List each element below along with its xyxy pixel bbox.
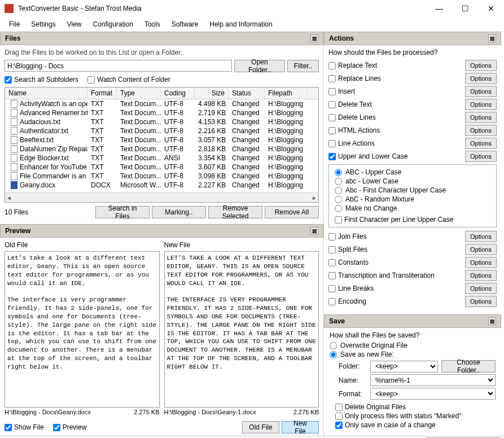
menu-software[interactable]: Software — [166, 18, 204, 30]
action-transcription-and-transliteration-options-button[interactable]: Options — [465, 270, 497, 281]
name-select[interactable]: %name%-1 — [370, 374, 496, 386]
action-delete-lines-options-button[interactable]: Options — [465, 112, 497, 123]
action-transcription-and-transliteration-checkbox[interactable]: Transcription and Transliteration — [328, 271, 465, 279]
table-row[interactable]: Beeftext.txtTXTText Docum...UTF-83.057 K… — [5, 135, 318, 144]
save-panel-close-icon[interactable]: ⊠ — [488, 317, 496, 325]
action-insert-options-button[interactable]: Options — [465, 86, 497, 97]
file-icon — [11, 127, 17, 135]
menu-tools[interactable]: Tools — [139, 18, 166, 30]
action-replace-lines-options-button[interactable]: Options — [465, 73, 497, 84]
action-delete-text-checkbox[interactable]: Delete Text — [328, 100, 465, 108]
action-split-files-checkbox[interactable]: Split Files — [328, 246, 465, 253]
table-row[interactable]: Advanced Renamer.txtTXTText Docum...UTF-… — [5, 108, 318, 117]
grid-header: Name Format Type Coding Size Status File… — [5, 87, 318, 99]
marking-button[interactable]: Marking.. — [152, 206, 206, 218]
only-marked-checkbox[interactable]: Only process files with status "Marked" — [335, 412, 496, 420]
action-encoding-checkbox[interactable]: Encoding — [328, 297, 465, 305]
action-html-actions-checkbox[interactable]: HTML Actions — [328, 126, 465, 134]
action-split-files-options-button[interactable]: Options — [465, 244, 497, 255]
old-file-preview[interactable] — [5, 251, 160, 408]
preview-panel-title: Preview — [5, 227, 30, 235]
action-replace-text-options-button[interactable]: Options — [465, 60, 497, 71]
remove-all-button[interactable]: Remove All — [265, 206, 319, 218]
files-panel-close-icon[interactable]: ⊠ — [310, 34, 318, 42]
table-row[interactable]: Geany.docxDOCXMicrosoft W...UTF-82.227 K… — [5, 181, 318, 190]
action-upper-and-lower-case-options-button[interactable]: Options — [465, 151, 497, 162]
only-change-checkbox[interactable]: Only save in case of a change — [335, 421, 496, 429]
action-delete-lines-checkbox[interactable]: Delete Lines — [328, 113, 465, 121]
col-filepath[interactable]: Filepath — [265, 87, 308, 99]
action-insert-checkbox[interactable]: Insert — [328, 87, 465, 95]
table-row[interactable]: Authenticator.txtTXTText Docum...UTF-82.… — [5, 126, 318, 135]
first-char-per-line-checkbox[interactable]: First Character per Line Upper Case — [335, 216, 490, 224]
menu-view[interactable]: View — [62, 18, 87, 30]
old-file-button[interactable]: Old File — [242, 421, 279, 433]
choose-folder-button[interactable]: Choose Folder.. — [441, 360, 496, 373]
remove-selected-button[interactable]: Remove Selected — [208, 206, 262, 218]
table-row[interactable]: Audacious.txtTXTText Docum...UTF-84.153 … — [5, 117, 318, 126]
action-line-actions-options-button[interactable]: Options — [465, 138, 497, 149]
menu-configuration[interactable]: Configuration — [87, 18, 139, 30]
filter-button[interactable]: Filter.. — [287, 60, 319, 72]
action-line-breaks-options-button[interactable]: Options — [465, 283, 497, 294]
action-line-breaks-checkbox[interactable]: Line Breaks — [328, 284, 465, 292]
delete-original-checkbox[interactable]: Delete Original Files — [335, 403, 496, 411]
action-encoding-options-button[interactable]: Options — [465, 296, 497, 307]
radio-save-as-new[interactable]: Save as new File: — [330, 351, 496, 358]
save-question: How shall the Files be saved? — [330, 331, 496, 339]
table-row[interactable]: ActivityWatch is an ope...TXTText Docum.… — [5, 99, 318, 108]
search-in-files-button[interactable]: Search in Files — [95, 206, 150, 218]
file-icon — [11, 172, 17, 180]
action-constants-checkbox[interactable]: Constants — [328, 259, 465, 266]
table-row[interactable]: Enhancer for YouTube.txtTXTText Docum...… — [5, 163, 318, 172]
action-line-actions-checkbox[interactable]: Line Actions — [328, 139, 465, 147]
action-html-actions-options-button[interactable]: Options — [465, 125, 497, 136]
titlebar: TextConverter Basic - Stefan Trost Media… — [0, 0, 504, 17]
file-count: 10 Files — [5, 208, 28, 216]
action-constants-options-button[interactable]: Options — [465, 257, 497, 268]
col-name[interactable]: Name — [5, 87, 87, 99]
preview-checkbox[interactable]: Preview — [53, 423, 87, 431]
show-file-checkbox[interactable]: Show File — [5, 423, 44, 431]
table-row[interactable]: DataNumen Zip Repair.txtTXTText Docum...… — [5, 144, 318, 154]
menu-file[interactable]: File — [3, 18, 25, 30]
col-coding[interactable]: Coding — [161, 87, 195, 99]
actions-panel-close-icon[interactable]: ⊠ — [488, 34, 496, 42]
folder-select[interactable]: <keep> — [370, 361, 438, 373]
minimize-button[interactable]: — — [426, 0, 452, 17]
action-join-files-options-button[interactable]: Options — [465, 231, 497, 242]
col-status[interactable]: Status — [229, 87, 265, 99]
watch-content-checkbox[interactable]: Watch Content of Folder — [87, 76, 170, 84]
name-label: Name: — [339, 376, 367, 384]
menu-help[interactable]: Help and Information — [204, 18, 278, 30]
horizontal-scrollbar[interactable]: ◄► — [5, 192, 318, 202]
open-folder-button[interactable]: Open Folder.. — [234, 60, 285, 72]
new-file-size: 2.275 KB — [293, 409, 319, 415]
preview-panel-close-icon[interactable]: ⊠ — [310, 227, 318, 235]
menu-settings[interactable]: Settings — [25, 18, 61, 30]
action-replace-lines-checkbox[interactable]: Replace Lines — [328, 75, 465, 82]
new-file-preview[interactable] — [164, 251, 319, 408]
radio-first-char[interactable]: Abc - First Character Upper Case — [335, 186, 490, 194]
col-format[interactable]: Format — [87, 87, 117, 99]
close-button[interactable]: ✕ — [478, 0, 504, 17]
col-type[interactable]: Type — [117, 87, 161, 99]
radio-lower-case[interactable]: abc - Lower Case — [335, 177, 490, 185]
folder-path-input[interactable] — [5, 60, 232, 72]
radio-random-mixture[interactable]: AbC - Random Mixture — [335, 195, 490, 203]
maximize-button[interactable]: ☐ — [452, 0, 478, 17]
new-file-button[interactable]: New File — [282, 421, 319, 433]
radio-no-change[interactable]: Make no Change — [335, 204, 490, 212]
radio-upper-case[interactable]: ABC - Upper Case — [335, 168, 490, 176]
format-select[interactable]: <keep> — [370, 388, 496, 400]
action-join-files-checkbox[interactable]: Join Files — [328, 233, 465, 240]
action-delete-text-options-button[interactable]: Options — [465, 99, 497, 110]
table-row[interactable]: Edge Blocker.txtTXTText Docum...ANSI3.35… — [5, 154, 318, 163]
radio-overwrite[interactable]: Overwrite Original File — [330, 341, 496, 349]
col-size[interactable]: Size — [195, 87, 229, 99]
search-subfolders-checkbox[interactable]: Search all Subfolders — [5, 76, 78, 84]
action-replace-text-checkbox[interactable]: Replace Text — [328, 62, 465, 69]
action-upper-and-lower-case-checkbox[interactable]: Upper and Lower Case — [328, 152, 465, 160]
files-grid: Name Format Type Coding Size Status File… — [5, 87, 319, 203]
table-row[interactable]: File Commander is an o...TXTText Docum..… — [5, 172, 318, 181]
